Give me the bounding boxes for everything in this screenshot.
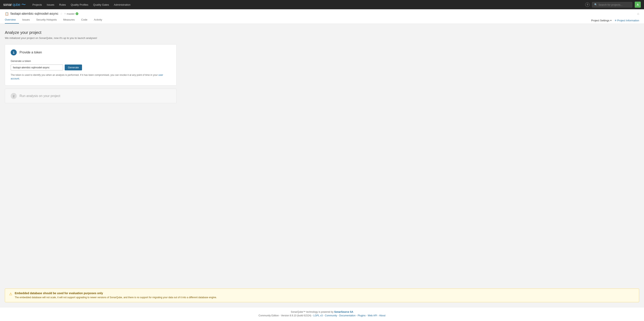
nav-administration[interactable]: Administration <box>112 3 132 7</box>
info-label: Project Information <box>617 19 639 22</box>
nav-projects[interactable]: Projects <box>30 3 44 7</box>
tab-activity[interactable]: Activity <box>91 16 106 24</box>
footer-community-link[interactable]: Community <box>325 314 337 317</box>
tab-overview[interactable]: Overview <box>5 16 19 24</box>
tabs-row: Overview Issues Security Hotspots Measur… <box>5 16 639 24</box>
token-note: The token is used to identify you when a… <box>11 73 171 81</box>
sub-header: 📋 fastapi-alembic-sqlmodel-async ☆ ⑂ mas… <box>0 9 644 24</box>
nav-right: ? 🔍 Search for projects... A <box>585 2 641 8</box>
footer-about-link[interactable]: About <box>379 314 386 317</box>
footer-separator4: - <box>338 314 339 317</box>
home-icon[interactable]: ⌂ <box>637 12 639 16</box>
footer-separator7: - <box>378 314 379 317</box>
nav-quality-gates[interactable]: Quality Gates <box>91 3 111 7</box>
token-note-end: . <box>19 77 20 80</box>
project-info-button[interactable]: ≡ Project Information <box>615 19 639 22</box>
footer-web-api-link[interactable]: Web API <box>368 314 377 317</box>
branch-info: ⑂ master ✓ <box>64 12 78 15</box>
warning-description: The embedded database will not scale, it… <box>15 295 217 299</box>
nav-quality-profiles[interactable]: Quality Profiles <box>69 3 90 7</box>
footer-separator6: - <box>366 314 368 317</box>
list-icon: ≡ <box>615 19 616 22</box>
help-button[interactable]: ? <box>585 3 590 7</box>
footer-line2: Community Edition - Version 8.9.10 (buil… <box>3 314 641 317</box>
generate-button[interactable]: Generate <box>65 65 82 70</box>
footer-lgpl-link[interactable]: LGPL v3 <box>313 314 322 317</box>
step2-title: Run analysis on your project <box>20 94 60 98</box>
footer-line1: SonarQube™ technology is powered by Sona… <box>3 310 641 313</box>
nav-issues[interactable]: Issues <box>45 3 56 7</box>
footer-plugins-link[interactable]: Plugins <box>358 314 366 317</box>
warning-title: Embedded database should be used for eva… <box>15 291 217 295</box>
step1-generate-label: Generate a token <box>11 60 171 63</box>
footer-sonarsource-link[interactable]: SonarSource SA <box>334 310 353 313</box>
step1-header: 1 Provide a token <box>11 49 171 56</box>
logo-text-sonar: sonar <box>3 3 12 7</box>
step1-title: Provide a token <box>20 51 42 54</box>
page-subtitle: We initialized your project on SonarQube… <box>5 37 176 40</box>
footer-powered-by: SonarQube™ technology is powered by <box>291 310 334 313</box>
step1-number: 1 <box>11 49 17 56</box>
top-navigation: sonarqube〜 Projects Issues Rules Quality… <box>0 0 644 9</box>
token-input[interactable] <box>11 65 63 70</box>
project-name: fastapi-alembic-sqlmodel-async <box>10 12 58 16</box>
warning-icon: ⚠ <box>9 292 12 296</box>
footer-version: Version 8.9.10 (build 61524) <box>281 314 311 317</box>
project-title-row: 📋 fastapi-alembic-sqlmodel-async ☆ ⑂ mas… <box>5 9 639 16</box>
search-placeholder: Search for projects... <box>598 3 623 6</box>
user-avatar[interactable]: A <box>635 2 641 8</box>
project-settings-button[interactable]: Project Settings ▾ <box>591 19 612 22</box>
branch-name: master <box>67 12 75 15</box>
footer: SonarQube™ technology is powered by Sona… <box>0 307 644 321</box>
page-title: Analyze your project <box>5 30 176 35</box>
nav-rules[interactable]: Rules <box>57 3 68 7</box>
warning-banner: ⚠ Embedded database should be used for e… <box>5 288 639 302</box>
search-icon: 🔍 <box>594 3 597 6</box>
project-tabs: Overview Issues Security Hotspots Measur… <box>5 16 106 24</box>
project-icon: 📋 <box>5 12 9 16</box>
logo-text-qube: qube <box>13 3 20 7</box>
warning-text-block: Embedded database should be used for eva… <box>15 291 217 299</box>
logo[interactable]: sonarqube〜 <box>3 2 26 8</box>
footer-separator5: - <box>356 314 358 317</box>
tab-security-hotspots[interactable]: Security Hotspots <box>33 16 60 24</box>
project-actions: Project Settings ▾ ≡ Project Information <box>591 19 639 24</box>
chevron-down-icon: ▾ <box>610 19 612 22</box>
tab-code[interactable]: Code <box>78 16 91 24</box>
token-note-text: The token is used to identify you when a… <box>11 74 158 76</box>
branch-icon: ⑂ <box>64 12 66 15</box>
step2-card: 2 Run analysis on your project <box>5 89 176 103</box>
tab-measures[interactable]: Measures <box>60 16 78 24</box>
tab-issues[interactable]: Issues <box>19 16 33 24</box>
footer-documentation-link[interactable]: Documentation <box>339 314 356 317</box>
token-input-row: Generate <box>11 65 171 70</box>
logo-wave-icon: 〜 <box>21 2 26 8</box>
footer-edition: Community Edition <box>258 314 279 317</box>
star-icon[interactable]: ☆ <box>60 12 63 15</box>
step1-card: 1 Provide a token Generate a token Gener… <box>5 44 176 86</box>
settings-label: Project Settings <box>591 19 610 22</box>
branch-status-badge: ✓ <box>76 12 78 15</box>
main-content: Analyze your project We initialized your… <box>0 24 181 199</box>
step2-number: 2 <box>11 93 17 99</box>
search-box[interactable]: 🔍 Search for projects... <box>592 2 632 8</box>
nav-links: Projects Issues Rules Quality Profiles Q… <box>30 3 580 7</box>
